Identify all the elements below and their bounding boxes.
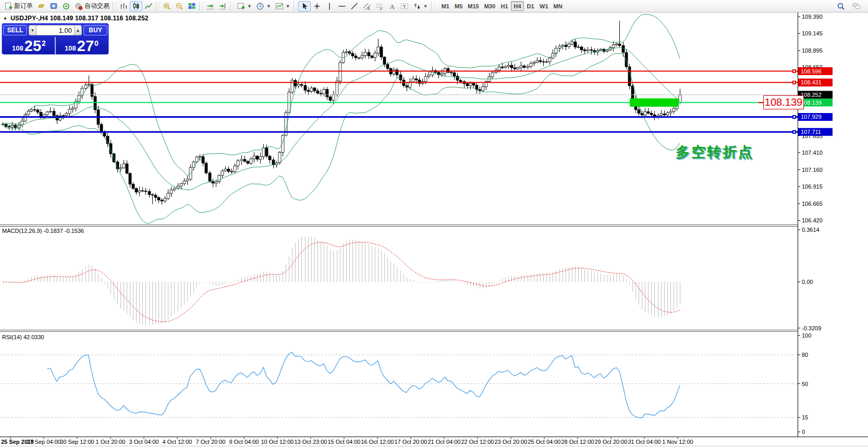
svg-text:17 Oct 20:00: 17 Oct 20:00 bbox=[395, 439, 427, 445]
trendline-icon bbox=[350, 2, 359, 10]
svg-text:10 Oct 12:00: 10 Oct 12:00 bbox=[261, 439, 294, 445]
svg-text:106.665: 106.665 bbox=[802, 201, 823, 207]
svg-text:A: A bbox=[389, 2, 395, 10]
timeframe-h4-button[interactable]: H4 bbox=[511, 1, 524, 11]
toolbar-new-order-button[interactable]: 新订单 bbox=[2, 1, 35, 11]
sell-price-prefix: 108 bbox=[12, 44, 23, 52]
trade-panel-controls: SELL ▼ ▲ BUY bbox=[3, 24, 107, 36]
toolbar-auto-trading-button[interactable]: 自动交易 bbox=[72, 1, 112, 11]
price-callout[interactable]: 108.139 bbox=[763, 95, 804, 109]
timeframe-m15-button[interactable]: M15 bbox=[465, 1, 481, 11]
arrows-icon bbox=[413, 2, 421, 10]
toolbar-new-order-label: 新订单 bbox=[14, 2, 33, 10]
templates-icon bbox=[275, 2, 284, 10]
svg-text:107.711: 107.711 bbox=[801, 129, 821, 135]
toolbar-vertical-line-button[interactable] bbox=[323, 1, 336, 11]
toolbar-separator bbox=[230, 2, 234, 10]
svg-text:80: 80 bbox=[802, 352, 808, 358]
chevron-down-icon: ▼ bbox=[286, 4, 290, 9]
toolbar-crosshair-button[interactable] bbox=[311, 1, 323, 11]
zoom-in-icon bbox=[163, 2, 171, 10]
symbol-ohlc-header: ▲ USDJPY-,H4 108.149 108.317 108.116 108… bbox=[3, 15, 149, 22]
toolbar-separator bbox=[199, 2, 203, 10]
buy-price-pipette: 0 bbox=[94, 39, 99, 47]
svg-text:107.410: 107.410 bbox=[802, 150, 823, 156]
svg-text:0.3614: 0.3614 bbox=[802, 227, 820, 233]
toolbar-tile-windows-button[interactable] bbox=[186, 1, 198, 11]
svg-text:22 Oct 12:00: 22 Oct 12:00 bbox=[461, 439, 494, 445]
toolbar-candlestick-chart-button[interactable] bbox=[130, 1, 142, 11]
toolbar-trendline-button[interactable] bbox=[348, 1, 361, 11]
svg-text:0: 0 bbox=[802, 429, 805, 435]
timeframe-h1-button[interactable]: H1 bbox=[498, 1, 511, 11]
toolbar-cursor-button[interactable] bbox=[298, 1, 311, 11]
fibonacci-icon: F bbox=[375, 2, 384, 10]
price-axis[interactable]: 109.390109.145108.895108.650108.400108.1… bbox=[792, 13, 868, 437]
toolbar-chart-shift-button[interactable] bbox=[216, 1, 229, 11]
svg-text:25 Oct 04:00: 25 Oct 04:00 bbox=[528, 439, 561, 445]
svg-text:3 Oct 04:00: 3 Oct 04:00 bbox=[129, 439, 159, 445]
chevron-down-icon: ▼ bbox=[247, 4, 252, 9]
timeframe-m30-button[interactable]: M30 bbox=[482, 1, 498, 11]
svg-text:1 Oct 20:00: 1 Oct 20:00 bbox=[96, 439, 126, 445]
timeframe-m1-button[interactable]: M1 bbox=[439, 1, 452, 11]
buy-button[interactable]: BUY bbox=[83, 25, 107, 35]
chevron-down-icon: ▼ bbox=[423, 4, 428, 9]
toolbar-chat-button[interactable] bbox=[850, 1, 863, 11]
svg-text:29 Oct 20:00: 29 Oct 20:00 bbox=[595, 439, 628, 445]
svg-text:9 Oct 04:00: 9 Oct 04:00 bbox=[229, 439, 259, 445]
bar-chart-icon bbox=[119, 2, 128, 10]
buy-price[interactable]: 108270 bbox=[55, 37, 107, 54]
toolbar-periods-button[interactable]: ▼ bbox=[254, 1, 273, 11]
toolbar-separator bbox=[156, 2, 160, 10]
toolbar-fibonacci-button[interactable]: F bbox=[373, 1, 386, 11]
toolbar-arrows-button[interactable]: ▼ bbox=[411, 1, 430, 11]
svg-text:E: E bbox=[368, 6, 370, 10]
toolbar-market-watch-button[interactable] bbox=[35, 1, 47, 11]
timeframe-mn-button[interactable]: MN bbox=[551, 1, 565, 11]
toolbar-search-button[interactable] bbox=[835, 1, 847, 11]
svg-text:31 Oct 04:00: 31 Oct 04:00 bbox=[628, 439, 661, 445]
toolbar-auto-scroll-button[interactable] bbox=[204, 1, 216, 11]
periods-icon bbox=[256, 2, 264, 10]
svg-text:108.895: 108.895 bbox=[802, 47, 823, 54]
volume-increase-button[interactable]: ▲ bbox=[74, 25, 82, 35]
toolbar-navigator-button[interactable] bbox=[60, 1, 72, 11]
collapse-panel-icon[interactable]: ▲ bbox=[3, 16, 7, 20]
timeframe-w1-button[interactable]: W1 bbox=[537, 1, 551, 11]
toolbar-templates-button[interactable]: ▼ bbox=[273, 1, 292, 11]
toolbar-text-button[interactable]: A bbox=[386, 1, 398, 11]
chart-canvas[interactable]: 109.390109.145108.895108.650108.400108.1… bbox=[0, 0, 868, 447]
timeframe-d1-button[interactable]: D1 bbox=[524, 1, 537, 11]
svg-text:106.915: 106.915 bbox=[802, 183, 823, 190]
volume-decrease-button[interactable]: ▼ bbox=[29, 25, 36, 35]
toolbar-new-chart-button[interactable]: ▼ bbox=[235, 1, 254, 11]
annotation-text[interactable]: 多空转折点 bbox=[676, 143, 754, 162]
toolbar-line-chart-button[interactable] bbox=[142, 1, 155, 11]
trade-panel-prices: 108252 108270 bbox=[3, 37, 107, 54]
toolbar-horizontal-line-button[interactable] bbox=[336, 1, 348, 11]
crosshair-icon bbox=[313, 2, 321, 10]
sell-price[interactable]: 108252 bbox=[3, 37, 55, 54]
svg-text:108.431: 108.431 bbox=[801, 79, 822, 85]
toolbar-data-window-button[interactable] bbox=[47, 1, 60, 11]
toolbar-zoom-in-button[interactable] bbox=[161, 1, 173, 11]
volume-input[interactable] bbox=[36, 25, 74, 35]
time-axis[interactable]: 25 Sep 201927 Sep 04:0030 Sep 12:001 Oct… bbox=[0, 437, 868, 447]
new-order-icon bbox=[4, 2, 13, 10]
svg-text:1 Nov 12:00: 1 Nov 12:00 bbox=[662, 439, 693, 445]
zoom-out-icon bbox=[175, 2, 184, 10]
toolbar-equidistant-channel-button[interactable]: E bbox=[361, 1, 373, 11]
toolbar-text-label-button[interactable]: T bbox=[398, 1, 411, 11]
svg-text:T: T bbox=[403, 4, 406, 9]
svg-text:108.596: 108.596 bbox=[801, 68, 822, 74]
sell-button[interactable]: SELL bbox=[3, 25, 27, 35]
timeframe-m5-button[interactable]: M5 bbox=[452, 1, 465, 11]
symbol-ohlc-text: USDJPY-,H4 108.149 108.317 108.116 108.2… bbox=[10, 15, 149, 22]
horizontal-line-icon bbox=[338, 2, 346, 10]
cursor-icon bbox=[300, 2, 309, 10]
timeframe-group: M1M5M15M30H1H4D1W1MN bbox=[439, 1, 565, 11]
toolbar-bar-chart-button[interactable] bbox=[117, 1, 130, 11]
toolbar-zoom-out-button[interactable] bbox=[173, 1, 186, 11]
equidistant-channel-icon: E bbox=[363, 2, 371, 10]
